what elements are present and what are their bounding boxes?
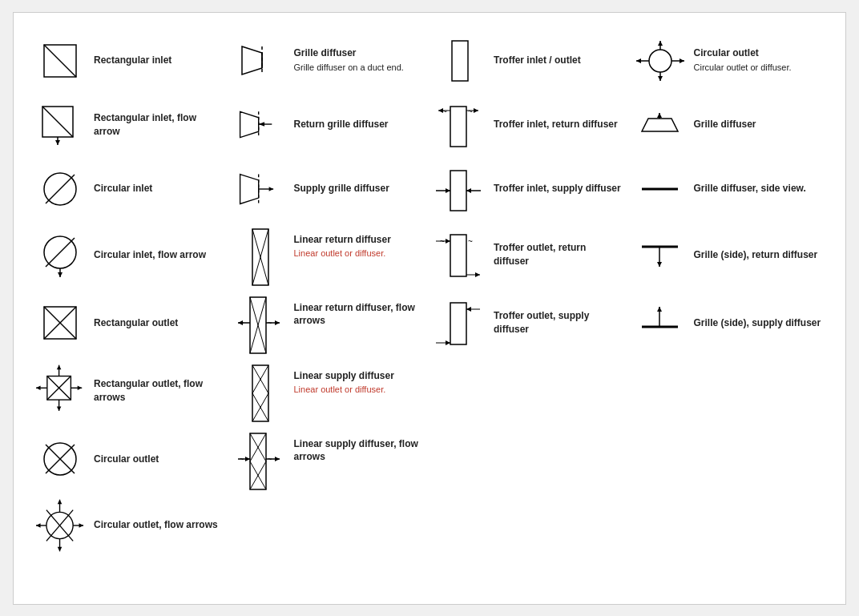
svg-marker-22 (258, 122, 264, 127)
label-linear-return-flow: Linear return diffuser, flow arrows (294, 301, 424, 328)
item-grille-diffuser-2: Grille diffuser (630, 93, 830, 157)
svg-point-6 (649, 50, 671, 72)
symbol-circular-inlet (36, 165, 84, 213)
svg-marker-8 (636, 58, 641, 63)
symbol-circular-outlet-diffuser (636, 37, 684, 85)
svg-line-1 (44, 45, 76, 77)
item-circular-outlet: Circular outlet (30, 425, 230, 493)
symbol-grille-diffuser (236, 37, 284, 85)
item-linear-supply-flow: ~ ~ Linear supply diffuser, flow arrows (230, 425, 430, 493)
label-troffer-outlet-supply: Troffer outlet, supply diffuser (494, 309, 623, 336)
svg-rect-23 (450, 107, 466, 147)
item-rectangular-inlet-flow: Rectangular inlet, flow arrow (30, 93, 230, 157)
item-empty-2 (630, 357, 830, 425)
svg-marker-14 (658, 76, 663, 81)
item-linear-return-diffuser: Linear return diffuser Linear outlet or … (230, 221, 430, 289)
item-rectangular-outlet: Rectangular outlet (30, 289, 230, 357)
svg-line-34 (46, 175, 75, 203)
label-circular-outlet: Circular outlet (94, 453, 159, 466)
label-circular-inlet-flow: Circular inlet, flow arrow (94, 248, 206, 262)
item-grille-side-return: Grille (side), return diffuser (630, 221, 830, 289)
svg-marker-19 (240, 111, 258, 137)
symbol-rectangular-outlet-flow (36, 367, 84, 415)
symbol-circular-outlet-flow (36, 501, 84, 550)
label-grille-diffuser: Grille diffuser Grille diffuser on a duc… (294, 46, 404, 74)
symbol-grille-side-supply (636, 299, 684, 347)
svg-marker-111 (275, 457, 280, 461)
svg-marker-76 (446, 340, 450, 345)
symbol-troffer-inlet-outlet (436, 37, 484, 85)
svg-marker-86 (57, 365, 62, 370)
symbol-circular-outlet (36, 435, 84, 483)
item-troffer-inlet-return: ~ ~ Troffer inlet, return diffuser (430, 93, 630, 157)
label-troffer-inlet-supply: Troffer inlet, supply diffuser (494, 182, 621, 195)
item-troffer-outlet-return: ~ ~ Troffer outlet, return diffuser (430, 221, 630, 289)
svg-marker-109 (245, 457, 250, 461)
label-grille-diffuser-side: Grille diffuser, side view. (694, 182, 806, 195)
symbol-troffer-inlet-return: ~ ~ (436, 101, 484, 149)
label-troffer-inlet-return: Troffer inlet, return diffuser (494, 118, 618, 131)
svg-marker-122 (79, 523, 84, 528)
item-filler-3 (630, 493, 830, 558)
svg-marker-18 (55, 140, 60, 145)
item-filler-1 (230, 493, 430, 558)
svg-marker-2 (242, 46, 262, 74)
svg-marker-56 (446, 239, 450, 244)
svg-rect-93 (252, 365, 268, 421)
item-troffer-inlet-outlet: Troffer inlet / outlet (430, 29, 630, 93)
symbol-linear-supply-diffuser (236, 369, 284, 417)
item-rectangular-inlet: Rectangular inlet (30, 29, 230, 93)
svg-line-46 (46, 238, 75, 267)
label-troffer-inlet-outlet: Troffer inlet / outlet (494, 54, 581, 67)
item-troffer-inlet-supply: Troffer inlet, supply diffuser (430, 157, 630, 221)
svg-line-16 (42, 107, 73, 137)
svg-marker-73 (275, 320, 280, 325)
svg-rect-52 (450, 235, 466, 276)
item-supply-grille-diffuser: Supply grille diffuser (230, 157, 430, 221)
label-circular-outlet-flow: Circular outlet, flow arrows (94, 518, 218, 532)
svg-marker-38 (268, 187, 273, 191)
svg-marker-120 (36, 523, 41, 528)
symbol-grille-diffuser-side (636, 165, 684, 213)
svg-rect-74 (450, 303, 466, 344)
svg-marker-92 (78, 386, 83, 391)
item-circular-outlet-flow: Circular outlet, flow arrows (30, 493, 230, 558)
label-circular-outlet-diffuser: Circular outlet Circular outlet or diffu… (694, 46, 792, 74)
symbol-grid: Rectangular inlet Grille diffuser Grille… (30, 29, 829, 558)
label-supply-grille-diffuser: Supply grille diffuser (294, 182, 389, 195)
svg-rect-101 (250, 433, 266, 489)
label-rectangular-outlet-flow: Rectangular outlet, flow arrows (94, 377, 224, 405)
symbol-rectangular-inlet-flow (36, 101, 84, 149)
svg-marker-78 (466, 307, 471, 312)
symbol-linear-return-flow: ~ ~ (236, 301, 284, 349)
svg-marker-58 (475, 272, 480, 277)
svg-rect-39 (450, 171, 466, 211)
item-linear-supply-diffuser: Linear supply diffuser Linear outlet or … (230, 357, 430, 425)
symbol-troffer-inlet-supply (436, 165, 484, 213)
label-circular-inlet: Circular inlet (94, 182, 152, 195)
svg-marker-30 (642, 119, 678, 131)
svg-marker-10 (680, 58, 684, 63)
label-grille-side-return: Grille (side), return diffuser (694, 248, 818, 262)
svg-marker-48 (58, 272, 63, 277)
label-linear-supply-diffuser: Linear supply diffuser Linear outlet or … (294, 369, 394, 397)
label-return-grille-diffuser: Return grille diffuser (294, 118, 389, 131)
svg-marker-81 (657, 307, 662, 312)
item-empty-4 (630, 425, 830, 493)
svg-marker-27 (438, 108, 443, 113)
label-linear-return-diffuser: Linear return diffuser Linear outlet or … (294, 233, 391, 260)
item-grille-diffuser: Grille diffuser Grille diffuser on a duc… (230, 29, 430, 93)
svg-marker-116 (58, 499, 63, 504)
svg-marker-32 (657, 113, 662, 118)
svg-marker-12 (658, 41, 663, 46)
svg-marker-35 (240, 174, 258, 203)
symbol-supply-grille-diffuser (236, 165, 284, 213)
svg-marker-41 (446, 188, 450, 193)
symbol-troffer-outlet-return: ~ ~ (436, 231, 484, 279)
svg-marker-61 (657, 262, 662, 267)
item-linear-return-flow: ~ ~ Linear return diffuser, flow arrows (230, 289, 430, 357)
symbol-grille-side-return (636, 231, 684, 279)
svg-marker-29 (474, 108, 478, 113)
item-empty-3 (430, 425, 630, 493)
symbol-rectangular-outlet (36, 299, 84, 347)
